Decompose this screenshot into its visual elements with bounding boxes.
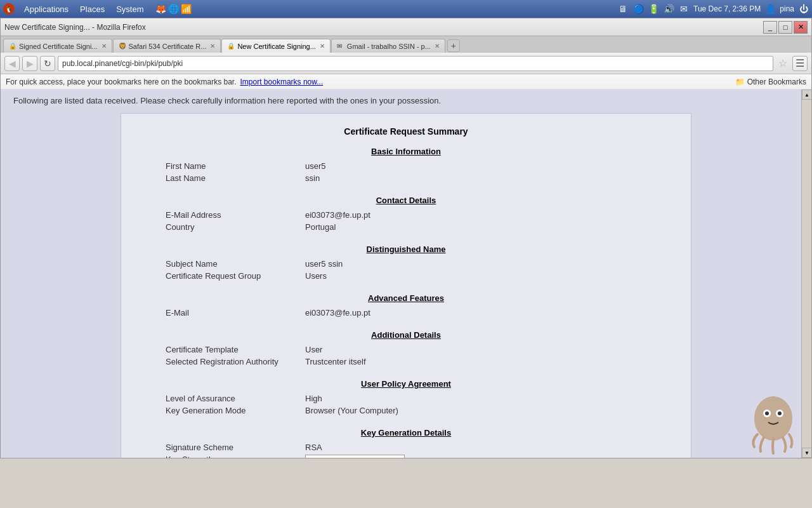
strength-row: Key Strength 2048 (High Grade) 1024 (Sta… (140, 455, 672, 458)
tools-button[interactable]: ☰ (792, 56, 808, 71)
bookmark-bar-text: For quick access, place your bookmarks h… (6, 77, 237, 86)
keygen-mode-row: Key Generation Mode Browser (Your Comput… (140, 406, 672, 415)
additional-section: Additional Details Certificate Template … (140, 330, 672, 366)
distinguished-header: Distinguished Name (140, 244, 672, 254)
url-bar[interactable]: pub.local.pinanet/cgi-bin/pki/pub/pki (58, 56, 773, 71)
import-bookmarks-link[interactable]: Import bookmarks now... (240, 77, 324, 86)
subject-label: Subject Name (166, 259, 305, 269)
contact-section: Contact Details E-Mail Address ei03073@f… (140, 196, 672, 232)
country-label: Country (166, 222, 305, 232)
scroll-down-arrow[interactable]: ▼ (802, 448, 811, 458)
subject-row: Subject Name user5 ssin (140, 259, 672, 269)
battery-icon: 🔋 (648, 3, 659, 15)
speaker-icon: 🔊 (663, 3, 674, 15)
tab-new-cert[interactable]: 🔒 New Certificate Signing... ✕ (221, 39, 331, 53)
assurance-label: Level of Assurance (166, 394, 305, 403)
content-area: Following are listed data received. Plea… (1, 90, 811, 458)
basic-info-header: Basic Information (140, 147, 672, 156)
bookmark-star[interactable]: ☆ (776, 57, 790, 69)
scheme-label: Signature Scheme (166, 443, 305, 452)
taskbar-places[interactable]: Places (75, 3, 110, 15)
other-bookmarks[interactable]: 📁 Other Bookmarks (735, 77, 806, 86)
svg-point-5 (765, 411, 769, 415)
key-strength-select[interactable]: 2048 (High Grade) 1024 (Standard) 4096 (… (305, 455, 405, 458)
browser-titlebar: New Certificate Signing... - Mozilla Fir… (1, 18, 811, 36)
advanced-header: Advanced Features (140, 293, 672, 303)
advanced-section: Advanced Features E-Mail ei03073@fe.up.p… (140, 293, 672, 318)
bookmark-bar: For quick access, place your bookmarks h… (1, 74, 811, 90)
template-value: User (305, 345, 322, 354)
distinguished-section: Distinguished Name Subject Name user5 ss… (140, 244, 672, 281)
tab-favicon-3: 🔒 (227, 43, 235, 50)
tab-close-2[interactable]: ✕ (210, 43, 215, 50)
reload-button[interactable]: ↻ (40, 56, 55, 71)
country-row: Country Portugal (140, 222, 672, 232)
new-tab-button[interactable]: + (447, 39, 460, 52)
ra-row: Selected Registration Authority Trustcen… (140, 357, 672, 366)
minimize-button[interactable]: _ (763, 21, 777, 34)
strength-label: Key Strength (166, 455, 305, 458)
first-name-row: First Name user5 (140, 161, 672, 171)
first-name-label: First Name (166, 161, 305, 171)
additional-header: Additional Details (140, 330, 672, 340)
assurance-row: Level of Assurance High (140, 394, 672, 403)
taskbar-applications[interactable]: Applications (19, 3, 74, 15)
tab-signed-cert[interactable]: 🔒 Signed Certificate Signi... ✕ (3, 39, 112, 53)
contact-header: Contact Details (140, 196, 672, 205)
bluetooth-icon: 📶 (180, 3, 192, 15)
bluetooth-status-icon: 🔵 (632, 3, 644, 15)
group-value: Users (305, 271, 327, 281)
close-button[interactable]: ✕ (794, 21, 808, 34)
group-label: Certificate Request Group (166, 271, 305, 281)
template-label: Certificate Template (166, 345, 305, 354)
ra-value: Trustcenter itself (305, 357, 366, 366)
scrollbar[interactable]: ▲ ▼ (801, 90, 811, 458)
group-row: Certificate Request Group Users (140, 271, 672, 281)
basic-info-section: Basic Information First Name user5 Last … (140, 147, 672, 183)
folder-icon: 📁 (735, 77, 745, 86)
nav-bar: ◀ ▶ ↻ pub.local.pinanet/cgi-bin/pki/pub/… (1, 53, 811, 74)
tab-close-4[interactable]: ✕ (435, 43, 440, 50)
os-logo: 🐧 (3, 3, 15, 15)
back-button[interactable]: ◀ (4, 56, 20, 71)
tab-bar: 🔒 Signed Certificate Signi... ✕ 🦁 Safari… (1, 36, 811, 53)
tab-favicon-4: ✉ (337, 43, 344, 50)
user-icon: 👤 (764, 3, 776, 15)
firefox-icon[interactable]: 🦊 (155, 3, 166, 15)
tab-safari-cert[interactable]: 🦁 Safari 534 Certificate R... ✕ (113, 39, 221, 53)
last-name-row: Last Name ssin (140, 173, 672, 183)
email-label: E-Mail Address (166, 210, 305, 220)
scheme-row: Signature Scheme RSA (140, 443, 672, 452)
maximize-button[interactable]: □ (778, 21, 792, 34)
tab-close-3[interactable]: ✕ (320, 43, 325, 50)
ra-label: Selected Registration Authority (166, 357, 305, 366)
taskbar-system[interactable]: System (111, 3, 148, 15)
mail-icon: ✉ (678, 3, 690, 15)
svg-point-6 (778, 411, 782, 415)
tab-gmail[interactable]: ✉ Gmail - trabalho SSIN - p... ✕ (331, 39, 445, 53)
username: pina (780, 4, 794, 13)
browser-title: New Certificate Signing... - Mozilla Fir… (4, 23, 146, 32)
window-controls: _ □ ✕ (763, 21, 808, 34)
policy-header: User Policy Agreement (140, 379, 672, 389)
tab-favicon-2: 🦁 (119, 43, 126, 50)
advanced-email-row: E-Mail ei03073@fe.up.pt (140, 308, 672, 318)
network-icon: 🌐 (167, 3, 179, 15)
advanced-email-value: ei03073@fe.up.pt (305, 308, 370, 318)
email-row: E-Mail Address ei03073@fe.up.pt (140, 210, 672, 220)
display-icon: 🖥 (617, 3, 629, 15)
advanced-email-label: E-Mail (166, 308, 305, 318)
tab-close-1[interactable]: ✕ (102, 43, 107, 50)
intro-text: Following are listed data received. Plea… (13, 96, 799, 105)
forward-button[interactable]: ▶ (22, 56, 37, 71)
power-icon: ⏻ (798, 3, 809, 15)
first-name-value: user5 (305, 161, 326, 171)
scroll-up-arrow[interactable]: ▲ (802, 90, 811, 100)
page-content: Following are listed data received. Plea… (1, 90, 811, 458)
tab-favicon-1: 🔒 (9, 43, 16, 50)
svg-point-2 (754, 396, 792, 441)
last-name-value: ssin (305, 173, 320, 183)
email-value: ei03073@fe.up.pt (305, 210, 370, 220)
assurance-value: High (305, 394, 322, 403)
subject-value: user5 ssin (305, 259, 343, 269)
